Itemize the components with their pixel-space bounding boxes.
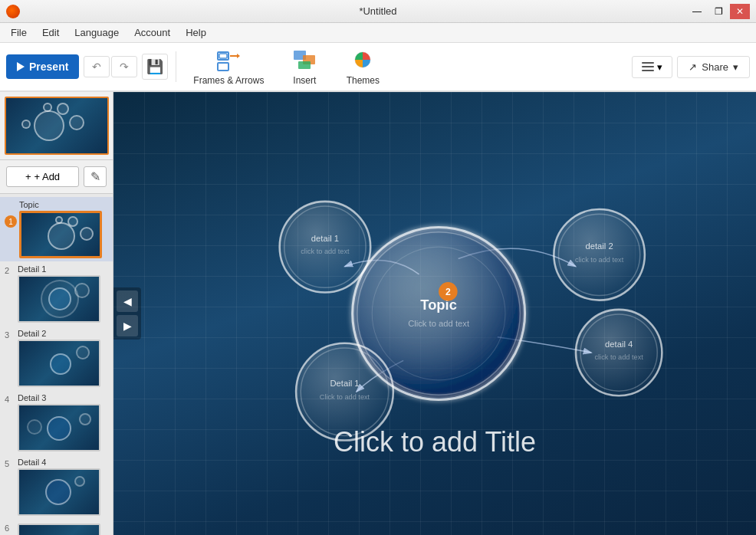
insert-button[interactable]: Insert <box>278 44 331 89</box>
menu-bar: File Edit Language Account Help <box>0 23 756 43</box>
themes-button[interactable]: Themes <box>336 44 390 89</box>
menu-help[interactable]: Help <box>179 25 212 41</box>
bubble-diagram: Topic Click to add text 2 detail 1 click… <box>113 92 756 535</box>
slide-item-1[interactable]: 1 Topic <box>0 197 113 261</box>
slide-num-5: 5 <box>5 459 15 468</box>
title-bar: *Untitled — ❐ ✕ <box>0 0 756 23</box>
plus-icon: + <box>25 171 31 182</box>
themes-icon <box>350 48 375 72</box>
menu-file[interactable]: File <box>5 25 33 41</box>
close-button[interactable]: ✕ <box>730 4 750 19</box>
overview-thumbnail[interactable] <box>5 97 109 155</box>
slide-thumbnail-6 <box>18 524 100 535</box>
add-label: + Add <box>34 171 60 182</box>
svg-marker-3 <box>237 54 240 58</box>
hamburger-menu-button[interactable]: ▾ <box>632 56 672 78</box>
insert-icon <box>292 48 317 72</box>
share-label: Share <box>702 61 728 73</box>
menu-account[interactable]: Account <box>128 25 176 41</box>
slide-thumb-wrap-6 <box>18 522 108 535</box>
svg-text:Detail 1: Detail 1 <box>330 379 359 388</box>
slide-num-6: 6 <box>5 524 15 533</box>
slide-item-2[interactable]: 2 Detail 1 <box>0 261 113 326</box>
svg-text:Click to add text: Click to add text <box>320 393 370 401</box>
slide-label-5: Detail 4 <box>18 458 108 467</box>
slide-label-1: Topic <box>19 200 108 209</box>
menu-language[interactable]: Language <box>68 25 125 41</box>
toolbar-right: ▾ ↗ Share ▾ <box>632 56 750 78</box>
menu-edit[interactable]: Edit <box>36 25 65 41</box>
frames-arrows-label: Frames & Arrows <box>193 75 264 86</box>
save-button[interactable]: 💾 <box>142 54 168 80</box>
main-layout: + + Add ✎ 1 Topic <box>0 92 756 535</box>
minimize-button[interactable]: — <box>687 4 707 19</box>
frames-arrows-icon <box>216 48 241 72</box>
slide-thumb-wrap-1: Topic <box>19 200 108 258</box>
slide-thumbnail-3 <box>18 340 100 387</box>
frames-arrows-button[interactable]: Frames & Arrows <box>184 44 273 89</box>
share-icon: ↗ <box>689 61 697 73</box>
add-slide-button[interactable]: + + Add <box>6 166 79 187</box>
play-icon <box>17 62 25 71</box>
toolbar-separator-1 <box>176 51 176 82</box>
slide-item-6[interactable]: 6 <box>0 519 113 535</box>
brush-button[interactable]: ✎ <box>84 166 107 187</box>
slide-thumb-wrap-5: Detail 4 <box>18 458 108 516</box>
save-icon: 💾 <box>146 58 163 75</box>
slide-thumb-wrap-3: Detail 2 <box>18 329 108 387</box>
svg-point-29 <box>576 310 662 396</box>
window-controls: — ❐ ✕ <box>687 4 750 19</box>
slide-num-2: 2 <box>5 266 15 275</box>
app-logo <box>6 5 20 18</box>
hamburger-icon <box>642 62 654 71</box>
slide-thumb-wrap-2: Detail 1 <box>18 264 108 323</box>
slide-label-3: Detail 2 <box>18 329 108 338</box>
svg-text:click to add text: click to add text <box>594 353 643 361</box>
slide-num-3: 3 <box>5 330 15 340</box>
svg-text:2: 2 <box>445 287 451 297</box>
canvas-area[interactable]: ◀ ▶ <box>113 92 756 535</box>
svg-text:detail 2: detail 2 <box>585 241 613 251</box>
slide-thumbnail-4 <box>18 404 100 451</box>
share-button[interactable]: ↗ Share ▾ <box>677 56 750 78</box>
svg-rect-4 <box>218 63 228 71</box>
slide-item-3[interactable]: 3 Detail 2 <box>0 326 113 390</box>
svg-text:click to add text: click to add text <box>301 248 350 255</box>
insert-label: Insert <box>293 75 316 86</box>
slide-thumbnail-1 <box>19 211 102 258</box>
slide-thumbnail-2 <box>18 275 100 323</box>
slide-thumb-wrap-4: Detail 3 <box>18 393 108 451</box>
slide-label-2: Detail 1 <box>18 264 108 274</box>
toolbar: Present ↶ ↷ 💾 Frames & Arrows <box>0 43 756 92</box>
svg-text:Click to add text: Click to add text <box>408 319 470 328</box>
svg-rect-7 <box>298 61 311 69</box>
chevron-down-icon: ▾ <box>657 61 662 73</box>
themes-label: Themes <box>347 75 380 86</box>
sidebar-add-area: + + Add ✎ <box>0 160 113 194</box>
undo-button[interactable]: ↶ <box>84 56 110 77</box>
svg-text:click to add text: click to add text <box>575 256 624 264</box>
window-title: *Untitled <box>0 5 756 17</box>
slide-list: 1 Topic 2 Detai <box>0 194 113 535</box>
undo-redo-group: ↶ ↷ <box>84 56 137 77</box>
maximize-button[interactable]: ❐ <box>708 4 728 19</box>
svg-rect-1 <box>219 54 227 58</box>
slide-num-4: 4 <box>5 395 15 404</box>
brush-icon: ✎ <box>90 169 100 184</box>
share-chevron-icon: ▾ <box>733 61 738 73</box>
present-button[interactable]: Present <box>6 54 79 79</box>
svg-point-17 <box>280 202 371 293</box>
svg-point-25 <box>296 343 393 441</box>
slide-badge-1: 1 <box>5 215 17 228</box>
slide-item-5[interactable]: 5 Detail 4 <box>0 455 113 519</box>
redo-button[interactable]: ↷ <box>111 56 137 77</box>
slide-item-4[interactable]: 4 Detail 3 <box>0 390 113 455</box>
svg-text:detail 4: detail 4 <box>605 340 633 349</box>
slide-thumbnail-5 <box>18 468 100 516</box>
svg-text:detail 1: detail 1 <box>311 234 339 243</box>
svg-point-21 <box>554 209 645 300</box>
slide-label-4: Detail 3 <box>18 393 108 402</box>
present-label: Present <box>29 61 68 73</box>
sidebar: + + Add ✎ 1 Topic <box>0 92 113 535</box>
